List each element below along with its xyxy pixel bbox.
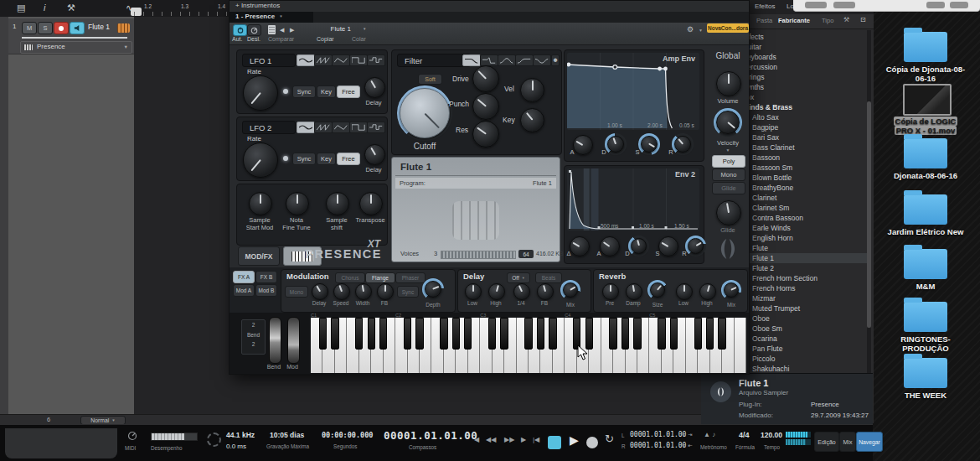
mod-speed-knob[interactable] bbox=[333, 283, 350, 300]
list-item[interactable]: Bagpipe bbox=[738, 122, 868, 132]
t0ool-icon[interactable]: ⚒ bbox=[67, 3, 75, 13]
fxa-button[interactable]: FX A bbox=[233, 271, 255, 283]
timeline-ruler[interactable]: 1.2 1.3 1.4 bbox=[134, 0, 229, 17]
list-item[interactable]: Bass Clarinet bbox=[738, 142, 868, 153]
preset-file-icon[interactable] bbox=[268, 25, 276, 34]
piano-key-white[interactable] bbox=[735, 318, 746, 373]
list-item-category[interactable]: Synths bbox=[738, 82, 868, 92]
mute-button[interactable]: M bbox=[22, 22, 37, 34]
list-item-category[interactable]: Vox bbox=[738, 92, 868, 102]
bypass-button[interactable] bbox=[247, 24, 261, 36]
nudge-forward-button[interactable]: ▶ bbox=[521, 437, 526, 444]
list-item[interactable]: BreathyBone bbox=[738, 183, 868, 193]
cutoff-knob[interactable] bbox=[400, 88, 450, 138]
list-item[interactable]: English Horn bbox=[738, 233, 868, 243]
folder-icon[interactable] bbox=[904, 194, 947, 225]
loop-button[interactable]: ↻ bbox=[605, 433, 614, 445]
gear-icon[interactable]: ⚙ bbox=[687, 26, 694, 34]
piano-key-black[interactable] bbox=[549, 318, 556, 350]
list-item-selected[interactable]: Flute 1 bbox=[738, 253, 868, 263]
filter-fabricante[interactable]: Fabricante bbox=[778, 18, 810, 24]
mod-depth-knob[interactable] bbox=[425, 281, 441, 298]
reverb-damp-knob[interactable] bbox=[626, 283, 642, 300]
wrench-icon[interactable]: ⚒ bbox=[843, 17, 849, 24]
list-item-category[interactable]: Effects bbox=[738, 32, 868, 42]
background-window-button[interactable] bbox=[926, 2, 945, 8]
loop-start-value[interactable]: 00001.01.01.00 bbox=[630, 431, 686, 438]
list-item[interactable]: Flute 2 bbox=[738, 263, 868, 273]
lfo2-free-button[interactable]: Free bbox=[337, 153, 360, 165]
background-window-button[interactable] bbox=[805, 2, 827, 8]
mod-width-knob[interactable] bbox=[355, 283, 372, 300]
solo-button[interactable]: S bbox=[38, 22, 53, 34]
background-window-button[interactable] bbox=[950, 2, 968, 8]
reverb-high-knob[interactable] bbox=[699, 283, 716, 300]
amp-release-knob[interactable] bbox=[674, 136, 691, 153]
mod-fb-knob[interactable] bbox=[377, 283, 394, 300]
browser-scrollbar[interactable] bbox=[867, 30, 871, 373]
lfo1-wave-saw[interactable] bbox=[314, 54, 333, 66]
tab-efeitos[interactable]: Efeitos bbox=[755, 3, 775, 11]
background-window-button[interactable] bbox=[833, 2, 855, 8]
filter-type-lp[interactable] bbox=[462, 54, 481, 66]
list-item[interactable]: Blown Bottle bbox=[738, 173, 868, 183]
delay-time-knob[interactable] bbox=[513, 283, 530, 300]
lfo2-delay-knob[interactable] bbox=[364, 144, 385, 165]
env2-display[interactable]: Env 2 500 ms 1.00 s 1.50 s bbox=[567, 168, 699, 230]
folder-label[interactable]: Djonata-08-06-16 bbox=[890, 172, 961, 181]
list-item[interactable]: Mizmar bbox=[738, 293, 868, 303]
chorus-button[interactable]: Chorus bbox=[335, 272, 365, 283]
program-row[interactable]: Program: Flute 1 bbox=[395, 178, 556, 189]
punch-knob[interactable] bbox=[472, 93, 499, 120]
amp-decay-knob[interactable] bbox=[607, 136, 624, 153]
rewind-button[interactable]: ◀◀ bbox=[486, 437, 496, 444]
track-name[interactable]: Flute 1 bbox=[88, 23, 110, 31]
paste-button[interactable]: Colar bbox=[352, 36, 366, 43]
modfx-button[interactable]: MOD/FX bbox=[238, 246, 280, 266]
list-item[interactable]: Earle Winds bbox=[738, 223, 868, 233]
list-group-header[interactable]: Winds & Brass bbox=[738, 102, 868, 112]
poly-button[interactable]: Poly bbox=[712, 155, 745, 168]
lfo2-wave-tri[interactable] bbox=[332, 122, 350, 133]
lfo2-rate-knob[interactable] bbox=[243, 142, 278, 178]
prev-preset-icon[interactable]: ◀ bbox=[280, 27, 284, 34]
piano-key-black[interactable] bbox=[670, 318, 678, 350]
lfo1-wave-sh[interactable] bbox=[367, 54, 385, 66]
piano-key-black[interactable] bbox=[415, 318, 423, 350]
piano-key-black[interactable] bbox=[488, 318, 496, 350]
autopunch-in-icon[interactable]: ∿ ⇥ bbox=[682, 432, 693, 438]
sample-start-knob[interactable] bbox=[249, 192, 272, 215]
lfo2-wave-sh[interactable] bbox=[367, 122, 385, 133]
list-item[interactable]: Bari Sax bbox=[738, 132, 868, 142]
list-item[interactable]: Pan Flute bbox=[738, 344, 868, 354]
list-item[interactable]: French Horn Section bbox=[738, 273, 868, 283]
monitor-button[interactable] bbox=[70, 22, 85, 34]
piano-key-black[interactable] bbox=[622, 318, 629, 350]
piano-key-black[interactable] bbox=[500, 318, 508, 350]
reverb-mix-knob[interactable] bbox=[724, 282, 739, 298]
nudge-back-button[interactable]: ◀ bbox=[474, 437, 479, 444]
lfo1-delay-knob[interactable] bbox=[364, 77, 385, 98]
filter-pasta[interactable]: Pasta bbox=[756, 18, 772, 24]
filter-type-bp[interactable] bbox=[498, 54, 516, 66]
filter-tipo[interactable]: Tipo bbox=[822, 18, 833, 24]
piano-key-black[interactable] bbox=[609, 318, 616, 350]
list-item[interactable]: Alto Sax bbox=[738, 112, 868, 122]
lfo2-wave-square[interactable] bbox=[349, 122, 368, 133]
filter-key-knob[interactable] bbox=[520, 108, 544, 132]
chevron-down-icon[interactable]: ▼ bbox=[699, 28, 703, 34]
record-button[interactable] bbox=[586, 437, 598, 448]
record-arm-button[interactable] bbox=[54, 22, 69, 34]
list-item[interactable]: Contra Bassoon bbox=[738, 213, 868, 223]
flange-button[interactable]: Flange bbox=[365, 272, 395, 283]
piano-key-black[interactable] bbox=[319, 318, 327, 350]
mono-button[interactable]: Mono bbox=[712, 168, 745, 181]
folder-label[interactable]: M&M bbox=[885, 282, 966, 292]
lfo1-wave-sine[interactable] bbox=[297, 54, 315, 66]
instrument-icon[interactable] bbox=[117, 23, 130, 33]
preset-selector[interactable]: Flute 1 ▼ bbox=[303, 24, 394, 35]
amp-env-display[interactable]: Amp Env 1.00 s 2.00 s 0.05 s bbox=[567, 53, 699, 130]
filter-soft-button[interactable]: Soft bbox=[418, 74, 442, 85]
folder-icon[interactable] bbox=[904, 32, 947, 62]
piano-key-black[interactable] bbox=[368, 318, 375, 350]
